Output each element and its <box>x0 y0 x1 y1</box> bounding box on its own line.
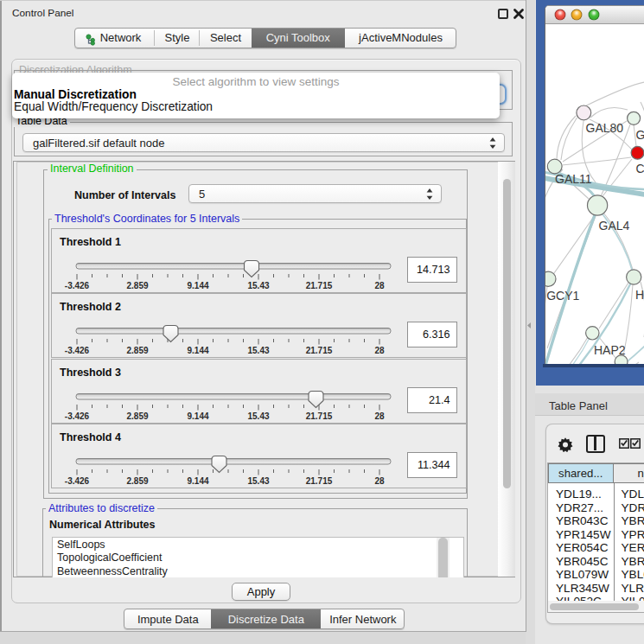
svg-text:9.144: 9.144 <box>187 475 208 485</box>
svg-text:GAL80: GAL80 <box>585 121 623 135</box>
svg-text:GA: GA <box>635 128 644 142</box>
svg-text:GCY1: GCY1 <box>546 289 579 303</box>
svg-text:21.715: 21.715 <box>306 281 333 290</box>
svg-text:15.43: 15.43 <box>247 475 269 485</box>
svg-text:-3.426: -3.426 <box>65 346 90 355</box>
svg-text:9.144: 9.144 <box>187 411 208 420</box>
svg-text:9.144: 9.144 <box>187 281 208 290</box>
svg-text:21.715: 21.715 <box>306 346 333 355</box>
svg-text:-3.426: -3.426 <box>65 411 90 420</box>
svg-text:2.859: 2.859 <box>126 346 148 355</box>
svg-text:9.144: 9.144 <box>187 346 208 355</box>
svg-text:28: 28 <box>374 346 385 355</box>
svg-text:28: 28 <box>374 281 385 290</box>
svg-text:GAL4: GAL4 <box>598 219 629 233</box>
svg-text:15.43: 15.43 <box>247 281 269 290</box>
svg-text:28: 28 <box>374 411 385 420</box>
svg-text:15.43: 15.43 <box>247 346 269 355</box>
svg-text:2.859: 2.859 <box>126 475 148 485</box>
svg-text:-3.426: -3.426 <box>65 475 90 485</box>
svg-text:HAP2: HAP2 <box>594 343 626 357</box>
svg-text:H: H <box>635 288 644 302</box>
svg-text:C: C <box>635 162 644 175</box>
svg-text:GAL11: GAL11 <box>555 172 592 186</box>
svg-text:21.715: 21.715 <box>306 411 333 420</box>
svg-text:2.859: 2.859 <box>126 281 148 290</box>
svg-text:-3.426: -3.426 <box>65 281 90 290</box>
svg-text:21.715: 21.715 <box>306 475 333 485</box>
svg-text:2.859: 2.859 <box>126 411 148 420</box>
svg-text:15.43: 15.43 <box>247 411 269 420</box>
svg-text:28: 28 <box>374 475 385 485</box>
